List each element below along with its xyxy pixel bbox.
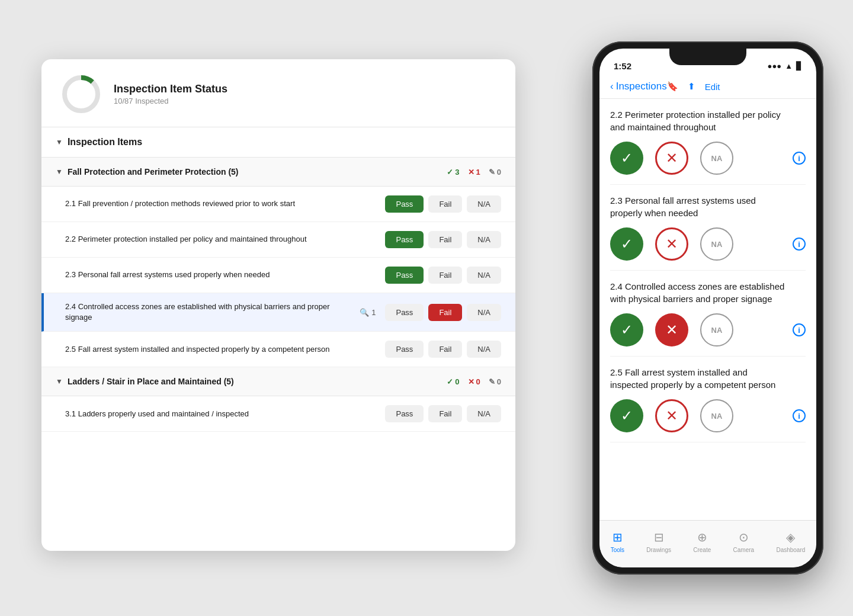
pencil-icon: ✎ bbox=[489, 377, 495, 386]
fail-button[interactable]: Fail bbox=[428, 341, 462, 358]
pass-option[interactable]: ✓ bbox=[610, 227, 643, 261]
pass-button[interactable]: Pass bbox=[385, 267, 424, 284]
row-label: 3.1 Ladders properly used and maintained… bbox=[65, 409, 385, 419]
tab-dashboard-label: Dashboard bbox=[776, 547, 805, 553]
inspection-row-2-4: 2.4 Controlled access zones are establis… bbox=[41, 293, 515, 332]
card-body: ▼ Inspection Items ▼ Fall Protection and… bbox=[41, 127, 515, 548]
row-label: 2.2 Perimeter protection installed per p… bbox=[65, 234, 385, 245]
scene: Inspection Item Status 10/87 Inspected ▼… bbox=[24, 24, 829, 592]
fail-option[interactable]: ✕ bbox=[655, 227, 688, 261]
stat-pass: ✓ 0 bbox=[447, 377, 459, 386]
fail-option[interactable]: ✕ bbox=[655, 313, 688, 346]
fail-button[interactable]: Fail bbox=[428, 304, 462, 321]
na-option[interactable]: NA bbox=[700, 313, 733, 346]
inspection-row-3-1: 3.1 Ladders properly used and maintained… bbox=[41, 396, 515, 432]
group1-header[interactable]: ▼ Fall Protection and Perimeter Protecti… bbox=[41, 158, 515, 187]
mobile-item-2-5: 2.5 Fall arrest system installed and ins… bbox=[610, 357, 806, 442]
na-option[interactable]: NA bbox=[700, 142, 733, 175]
group2-label: Ladders / Stair in Place and Maintained … bbox=[68, 377, 234, 386]
fail-button[interactable]: Fail bbox=[428, 195, 462, 213]
x-icon: ✕ bbox=[468, 168, 474, 177]
info-icon[interactable]: i bbox=[793, 152, 806, 165]
edit-button[interactable]: Edit bbox=[705, 82, 720, 92]
phone-wrap: 1:52 ●●● ▲ ▊ ‹ Inspections 🔖 ⬆ bbox=[592, 41, 823, 575]
group1-stats: ✓ 3 ✕ 1 ✎ 0 bbox=[447, 168, 501, 177]
pass-button[interactable]: Pass bbox=[385, 304, 424, 321]
inspection-row-2-5: 2.5 Fall arrest system installed and ins… bbox=[41, 332, 515, 367]
group2-header[interactable]: ▼ Ladders / Stair in Place and Maintaine… bbox=[41, 367, 515, 396]
header-text: Inspection Item Status 10/87 Inspected bbox=[114, 83, 227, 105]
fail-option[interactable]: ✕ bbox=[655, 142, 688, 175]
mobile-item-2-2: 2.2 Perimeter protection installed per p… bbox=[610, 99, 806, 185]
checkmark-icon: ✓ bbox=[447, 168, 453, 177]
tools-icon: ⊞ bbox=[613, 530, 623, 544]
pass-option[interactable]: ✓ bbox=[610, 142, 643, 175]
bookmark-icon[interactable]: 🔖 bbox=[667, 81, 678, 92]
pass-option[interactable]: ✓ bbox=[610, 313, 643, 346]
info-icon[interactable]: i bbox=[793, 238, 806, 251]
chart-title: Inspection Item Status bbox=[114, 83, 227, 95]
phone-notch bbox=[669, 49, 746, 65]
tab-drawings-label: Drawings bbox=[646, 547, 671, 553]
na-button[interactable]: N/A bbox=[467, 341, 501, 358]
tab-dashboard[interactable]: ◈ Dashboard bbox=[776, 530, 805, 553]
row-actions: Pass Fail N/A bbox=[385, 304, 501, 321]
tab-tools[interactable]: ⊞ Tools bbox=[611, 530, 624, 553]
share-icon[interactable]: ⬆ bbox=[688, 81, 695, 92]
chevron-icon: ▼ bbox=[56, 168, 63, 176]
fail-button[interactable]: Fail bbox=[428, 405, 462, 422]
signal-icon: ●●● bbox=[768, 62, 782, 70]
tab-camera-label: Camera bbox=[733, 547, 755, 553]
pass-button[interactable]: Pass bbox=[385, 341, 424, 358]
pass-button[interactable]: Pass bbox=[385, 231, 424, 248]
phone-tab-bar: ⊞ Tools ⊟ Drawings ⊕ Create ⊙ Camera bbox=[599, 520, 816, 567]
svg-point-0 bbox=[65, 78, 98, 111]
inspection-row-2-3: 2.3 Personal fall arrest systems used pr… bbox=[41, 258, 515, 293]
pass-button[interactable]: Pass bbox=[385, 405, 424, 422]
na-button[interactable]: N/A bbox=[467, 231, 501, 248]
pencil-icon: ✎ bbox=[489, 168, 495, 177]
stat-fail: ✕ 1 bbox=[468, 168, 480, 177]
tab-drawings[interactable]: ⊟ Drawings bbox=[646, 530, 671, 553]
tab-camera[interactable]: ⊙ Camera bbox=[733, 530, 755, 553]
fail-button[interactable]: Fail bbox=[428, 231, 462, 248]
x-icon: ✕ bbox=[468, 377, 474, 386]
mobile-options: ✓ ✕ NA i bbox=[610, 399, 806, 432]
back-button[interactable]: ‹ Inspections bbox=[610, 81, 667, 92]
fail-option[interactable]: ✕ bbox=[655, 399, 688, 432]
meta-count: 1 bbox=[371, 308, 376, 317]
wifi-icon: ▲ bbox=[785, 62, 793, 70]
row-label: 2.1 Fall prevention / protection methods… bbox=[65, 198, 385, 209]
info-icon[interactable]: i bbox=[793, 323, 806, 336]
main-section-label: Inspection Items bbox=[68, 137, 142, 147]
mobile-item-2-4: 2.4 Controlled access zones are establis… bbox=[610, 271, 806, 357]
stat-na: ✎ 0 bbox=[489, 377, 501, 386]
na-button[interactable]: N/A bbox=[467, 304, 501, 321]
row-label: 2.3 Personal fall arrest systems used pr… bbox=[65, 270, 385, 280]
pass-option[interactable]: ✓ bbox=[610, 399, 643, 432]
checkmark-icon: ✓ bbox=[447, 377, 453, 386]
na-button[interactable]: N/A bbox=[467, 195, 501, 213]
mobile-options: ✓ ✕ NA i bbox=[610, 227, 806, 261]
na-button[interactable]: N/A bbox=[467, 405, 501, 422]
info-icon[interactable]: i bbox=[793, 409, 806, 422]
na-option[interactable]: NA bbox=[700, 227, 733, 261]
mobile-item-title: 2.4 Controlled access zones are establis… bbox=[610, 280, 806, 305]
pass-button[interactable]: Pass bbox=[385, 195, 424, 213]
tab-create[interactable]: ⊕ Create bbox=[693, 530, 711, 553]
inspection-row-2-2: 2.2 Perimeter protection installed per p… bbox=[41, 222, 515, 258]
mobile-options: ✓ ✕ NA i bbox=[610, 142, 806, 175]
na-option[interactable]: NA bbox=[700, 399, 733, 432]
fail-button[interactable]: Fail bbox=[428, 267, 462, 284]
chevron-icon: ▼ bbox=[56, 377, 63, 386]
mobile-item-2-3: 2.3 Personal fall arrest systems used pr… bbox=[610, 185, 806, 271]
group2-stats: ✓ 0 ✕ 0 ✎ 0 bbox=[447, 377, 501, 386]
na-button[interactable]: N/A bbox=[467, 267, 501, 284]
main-section-header[interactable]: ▼ Inspection Items bbox=[41, 127, 515, 158]
row-actions: Pass Fail N/A bbox=[385, 231, 501, 248]
time-display: 1:52 bbox=[614, 61, 631, 71]
row-label: 2.5 Fall arrest system installed and ins… bbox=[65, 344, 385, 355]
binoculars-icon: 🔍 bbox=[360, 308, 369, 317]
phone-content: 2.2 Perimeter protection installed per p… bbox=[599, 99, 816, 511]
dashboard-icon: ◈ bbox=[786, 530, 795, 544]
